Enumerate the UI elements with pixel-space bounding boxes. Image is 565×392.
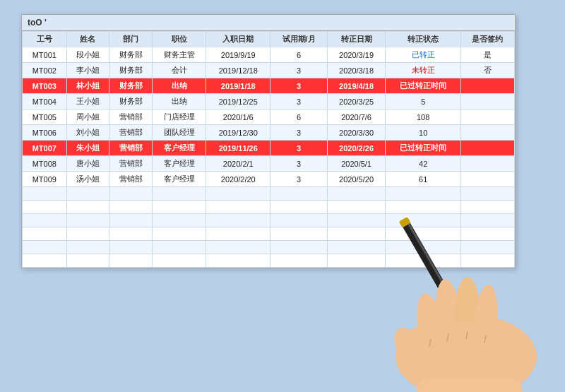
table-cell-empty [386,241,460,254]
table-cell: 61 [386,172,460,187]
table-cell-empty [327,254,386,268]
table-row: MT004王小姐财务部出纳2019/12/2532020/3/255 [23,94,515,109]
table-cell-empty [153,254,206,268]
table-cell: MT001 [23,47,67,63]
table-cell-empty [23,254,67,268]
table-row: MT001段小姐财务部财务主管2019/9/1962020/3/19已转正是 [23,47,515,63]
table-cell [460,78,514,94]
table-cell: 已过转正时间 [386,141,460,156]
table-cell [460,141,514,156]
table-cell: 3 [270,125,327,141]
table-cell-empty [153,214,206,227]
table-cell-empty [109,187,153,201]
column-header: 工号 [23,32,67,47]
table-cell-empty [153,227,206,241]
table-cell: MT008 [23,156,67,172]
column-header: 试用期/月 [270,32,327,47]
table-cell: MT002 [23,63,67,78]
data-table: 工号姓名部门职位入职日期试用期/月转正日期转正状态是否签约 MT001段小姐财务… [22,31,515,268]
table-row [23,241,515,254]
table-cell: 王小姐 [66,94,109,109]
table-cell: 42 [386,156,460,172]
table-row [23,254,515,268]
table-cell: 客户经理 [153,172,206,187]
header-label: toO ' [28,18,47,28]
table-cell-empty [66,201,109,214]
table-row [23,214,515,227]
table-cell: 李小姐 [66,63,109,78]
table-cell: 客户经理 [153,156,206,172]
table-cell-empty [460,254,514,268]
svg-line-16 [466,332,468,339]
table-cell-empty [386,214,460,227]
table-cell-empty [153,187,206,201]
table-cell-empty [460,227,514,241]
table-cell: MT004 [23,94,67,109]
table-cell: 2019/11/26 [206,141,270,156]
table-cell: 3 [270,63,327,78]
table-cell-empty [23,201,67,214]
table-cell: 2019/12/30 [206,125,270,141]
table-cell: 营销部 [109,172,153,187]
table-cell: 营销部 [109,141,153,156]
table-cell: 财务主管 [153,47,206,63]
column-header: 部门 [109,32,153,47]
table-cell: MT006 [23,125,67,141]
table-cell-empty [327,227,386,241]
svg-point-10 [472,284,501,356]
svg-point-7 [412,292,450,366]
svg-line-17 [484,335,486,343]
svg-point-11 [403,321,523,392]
table-row: MT003林小姐财务部出纳2019/1/1832019/4/18已过转正时间 [23,78,515,94]
table-cell: 刘小姐 [66,125,109,141]
table-cell-empty [460,201,514,214]
column-header: 入职日期 [206,32,270,47]
table-cell: 营销部 [109,156,153,172]
table-cell-empty [23,187,67,201]
table-cell: 2020/3/18 [327,63,386,78]
column-header: 转正日期 [327,32,386,47]
table-cell-empty [270,214,327,227]
spreadsheet: toO ' 工号姓名部门职位入职日期试用期/月转正日期转正状态是否签约 MT00… [21,14,516,268]
table-cell: MT009 [23,172,67,187]
table-cell-empty [386,254,460,268]
table-cell: 出纳 [153,78,206,94]
table-cell: 3 [270,156,327,172]
table-cell-empty [386,227,460,241]
table-cell: 3 [270,141,327,156]
table-cell: 出纳 [153,94,206,109]
column-header: 是否签约 [460,32,514,47]
table-cell: 已过转正时间 [386,78,460,94]
table-row: MT007朱小姐营销部客户经理2019/11/2632020/2/26已过转正时… [23,141,515,156]
table-cell: 营销部 [109,125,153,141]
table-cell: 108 [386,109,460,125]
table-cell [460,156,514,172]
table-cell-empty [109,254,153,268]
svg-point-12 [387,321,440,384]
table-cell: 财务部 [109,94,153,109]
table-cell-empty [23,227,67,241]
column-header: 转正状态 [386,32,460,47]
table-cell: 会计 [153,63,206,78]
table-cell-empty [66,241,109,254]
table-cell: 2020/2/20 [206,172,270,187]
table-cell-empty [206,187,270,201]
table-cell: 已转正 [386,47,460,63]
svg-line-14 [429,339,431,346]
top-label: toO ' [22,15,515,31]
table-cell-empty [153,201,206,214]
table-cell: 唐小姐 [66,156,109,172]
table-cell: 2020/1/6 [206,109,270,125]
table-row [23,187,515,201]
column-header: 姓名 [66,32,109,47]
table-cell-empty [109,227,153,241]
svg-point-8 [432,278,464,358]
table-cell: 周小姐 [66,109,109,125]
table-row: MT005周小姐营销部门店经理2020/1/662020/7/6108 [23,109,515,125]
table-cell-empty [66,254,109,268]
svg-rect-1 [439,286,450,296]
table-row [23,201,515,214]
table-cell: 2020/5/20 [327,172,386,187]
table-cell-empty [270,201,327,214]
table-cell: 6 [270,47,327,63]
